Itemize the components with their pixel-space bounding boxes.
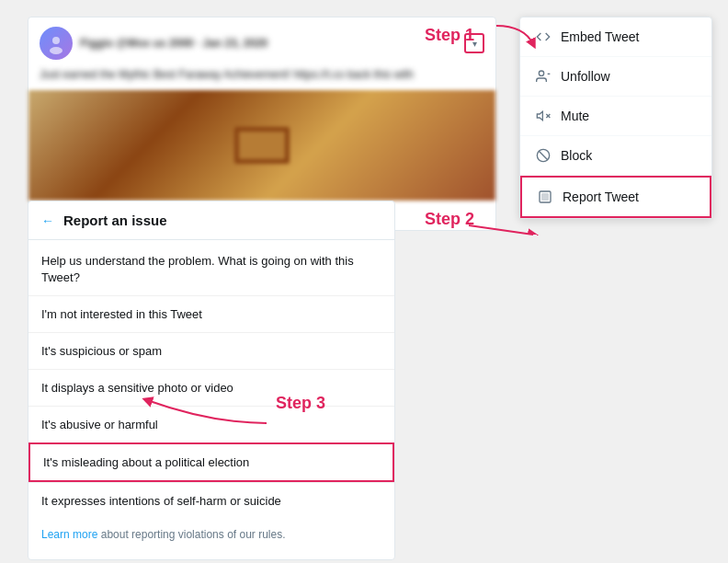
svg-line-11 [539,151,547,159]
learn-more-link[interactable]: Learn more [41,528,97,541]
back-button[interactable]: ← [41,213,54,228]
option-sensitive[interactable]: It displays a sensitive photo or video [28,369,394,406]
report-panel: ← Report an issue Help us understand the… [28,201,395,560]
svg-point-5 [539,71,543,75]
block-label: Block [561,148,592,163]
svg-point-0 [52,37,60,44]
tweet-username: Figgio @Wox us 2000 · Jan 23, 2020 [80,37,457,50]
report-footer: Learn more about reporting violations of… [28,519,394,545]
option-suspicious[interactable]: It's suspicious or spam [28,332,394,369]
report-footer-text: about reporting violations of our rules. [97,528,285,541]
option-self-harm[interactable]: It expresses intentions of self-harm or … [28,482,394,519]
embed-label: Embed Tweet [561,29,639,44]
dropdown-embed[interactable]: Embed Tweet [520,17,711,57]
step2-label: Step 2 [425,210,474,229]
option-abusive[interactable]: It's abusive or harmful [28,406,394,442]
report-label: Report Tweet [563,190,639,204]
tweet-image [28,90,495,201]
report-header: ← Report an issue [28,201,394,240]
dropdown-menu: Embed Tweet Unfollow Mute [519,17,712,219]
svg-rect-3 [239,132,285,159]
option-misleading[interactable]: It's misleading about a political electi… [28,442,394,482]
option-not-interested[interactable]: I'm not interested in this Tweet [28,295,394,332]
dropdown-mute[interactable]: Mute [520,97,711,136]
tweet-meta: Figgio @Wox us 2000 · Jan 23, 2020 [80,37,457,50]
dropdown-block[interactable]: Block [520,136,711,176]
embed-icon [535,29,552,45]
dropdown-unfollow[interactable]: Unfollow [520,57,711,97]
svg-rect-13 [542,194,549,201]
svg-marker-7 [537,111,542,120]
report-icon [537,189,553,205]
svg-point-1 [50,47,63,54]
step1-label: Step 1 [425,26,474,45]
dropdown-report[interactable]: Report Tweet [520,176,711,218]
mute-icon [535,108,552,124]
unfollow-icon [535,68,552,85]
tweet-text: Just earned the Mythic Best Faraway Achi… [28,65,495,90]
report-title: Report an issue [63,213,167,228]
block-icon [535,147,552,164]
avatar [40,27,73,60]
mute-label: Mute [561,109,589,123]
step3-label: Step 3 [276,394,325,413]
report-description: Help us understand the problem. What is … [28,240,394,295]
tweet-card: Figgio @Wox us 2000 · Jan 23, 2020 ▾ Jus… [28,17,496,231]
unfollow-label: Unfollow [561,69,610,84]
